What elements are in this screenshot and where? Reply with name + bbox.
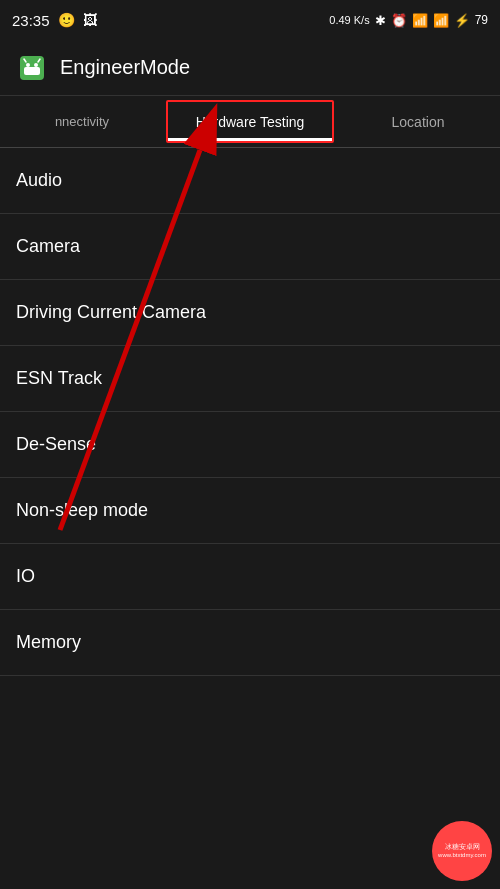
svg-point-2: [34, 63, 38, 67]
tabs-container: nnectivity Hardware Testing Location: [0, 96, 500, 148]
list-item-driving-current-camera[interactable]: Driving Current Camera: [0, 280, 500, 346]
charging-icon: ⚡: [454, 13, 470, 28]
list-item-non-sleep-mode[interactable]: Non-sleep mode: [0, 478, 500, 544]
svg-point-1: [26, 63, 30, 67]
status-icons: 0.49 K/s ✱ ⏰ 📶 📶 ⚡ 79: [329, 13, 488, 28]
list-item-audio[interactable]: Audio: [0, 148, 500, 214]
list-item-camera[interactable]: Camera: [0, 214, 500, 280]
tab-location[interactable]: Location: [336, 96, 500, 147]
list-item-de-sense[interactable]: De-Sense: [0, 412, 500, 478]
bluetooth-icon: ✱: [375, 13, 386, 28]
list-item-io[interactable]: IO: [0, 544, 500, 610]
watermark: 冰糖安卓网 www.btxtdmy.com: [432, 821, 492, 881]
list-item-memory[interactable]: Memory: [0, 610, 500, 676]
watermark-text: 冰糖安卓网 www.btxtdmy.com: [438, 843, 486, 859]
app-bar: EngineerMode: [0, 40, 500, 96]
notification-icon: 🙂: [58, 12, 75, 28]
tab-hardware-testing[interactable]: Hardware Testing: [166, 100, 334, 143]
list-container: Audio Camera Driving Current Camera ESN …: [0, 148, 500, 676]
battery-level: 79: [475, 13, 488, 27]
list-item-esn-track[interactable]: ESN Track: [0, 346, 500, 412]
tab-connectivity[interactable]: nnectivity: [0, 96, 164, 147]
alarm-icon: ⏰: [391, 13, 407, 28]
app-title: EngineerMode: [60, 56, 190, 79]
status-time: 23:35: [12, 12, 50, 29]
svg-rect-3: [24, 67, 40, 75]
media-icon: 🖼: [83, 12, 97, 28]
status-bar: 23:35 🙂 🖼 0.49 K/s ✱ ⏰ 📶 📶 ⚡ 79: [0, 0, 500, 40]
data-speed: 0.49 K/s: [329, 14, 369, 26]
app-icon: [16, 52, 48, 84]
wifi-icon: 📶: [412, 13, 428, 28]
status-left: 23:35 🙂 🖼: [12, 12, 97, 29]
signal-icon: 📶: [433, 13, 449, 28]
